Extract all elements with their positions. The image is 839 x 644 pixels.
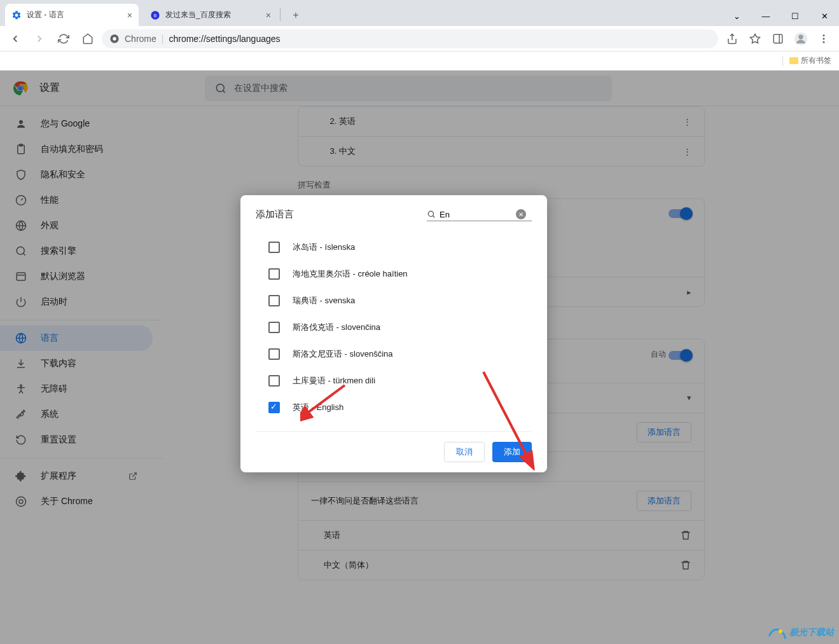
lang-option-icelandic[interactable]: 冰岛语 - íslenska	[256, 234, 532, 261]
checkbox[interactable]	[268, 268, 280, 280]
search-input[interactable]	[440, 210, 516, 219]
search-icon	[427, 210, 436, 219]
chrome-icon	[109, 34, 120, 44]
baidu-icon: B	[150, 10, 160, 20]
svg-text:B: B	[154, 13, 157, 17]
window-controls: ⌄ — ☐ ✕	[722, 6, 839, 26]
maximize-button[interactable]: ☐	[780, 6, 810, 26]
close-icon[interactable]: ×	[127, 10, 132, 20]
chrome-label: Chrome	[125, 34, 156, 44]
share-icon[interactable]	[722, 29, 742, 49]
url-text: chrome://settings/languages	[169, 34, 280, 44]
checkbox[interactable]	[268, 402, 280, 413]
minimize-button[interactable]: —	[751, 6, 780, 26]
tab-title: 设置 - 语言	[27, 10, 64, 20]
svg-point-3	[113, 37, 116, 40]
checkbox[interactable]	[268, 348, 280, 360]
checkbox[interactable]	[268, 322, 280, 333]
all-bookmarks-button[interactable]: 所有书签	[789, 55, 831, 66]
watermark: 极光下载站	[768, 625, 834, 640]
svg-rect-4	[773, 34, 782, 43]
tab-title: 发过来当_百度搜索	[165, 10, 231, 20]
svg-point-30	[428, 211, 433, 216]
svg-point-10	[823, 41, 825, 43]
tab-settings[interactable]: 设置 - 语言 ×	[5, 4, 139, 26]
dialog-title: 添加语言	[256, 209, 294, 221]
svg-point-34	[779, 629, 782, 633]
lang-option-slovenian[interactable]: 斯洛文尼亚语 - slovenščina	[256, 341, 532, 367]
new-tab-button[interactable]: +	[287, 6, 305, 24]
reload-button[interactable]	[53, 29, 74, 49]
home-button[interactable]	[78, 29, 98, 49]
cancel-button[interactable]: 取消	[444, 442, 485, 462]
svg-point-8	[823, 34, 825, 36]
bookmarks-bar: 所有书签	[0, 51, 839, 71]
address-bar[interactable]: Chrome | chrome://settings/languages	[102, 29, 718, 48]
svg-point-7	[798, 34, 803, 39]
bookmark-icon[interactable]	[745, 29, 765, 49]
checkbox[interactable]	[268, 242, 280, 253]
lang-option-swedish[interactable]: 瑞典语 - svenska	[256, 287, 532, 314]
chevron-down-icon[interactable]: ⌄	[722, 6, 751, 26]
dialog-search[interactable]: ✕	[427, 208, 532, 221]
close-window-button[interactable]: ✕	[810, 6, 839, 26]
profile-icon[interactable]	[791, 29, 811, 49]
forward-button[interactable]	[29, 29, 50, 49]
checkbox[interactable]	[268, 295, 280, 306]
lang-option-english[interactable]: 英语 - English	[256, 394, 532, 421]
tab-baidu[interactable]: B 发过来当_百度搜索 ×	[144, 4, 277, 26]
lang-option-turkmen[interactable]: 土库曼语 - türkmen dili	[256, 367, 532, 394]
folder-icon	[789, 57, 798, 64]
checkbox[interactable]	[268, 375, 280, 387]
gear-icon	[11, 10, 22, 20]
menu-icon[interactable]	[814, 29, 834, 49]
svg-line-31	[433, 216, 434, 217]
browser-tab-strip: 设置 - 语言 × B 发过来当_百度搜索 × + ⌄ — ☐ ✕	[0, 0, 839, 26]
language-list: 冰岛语 - íslenska 海地克里奥尔语 - créole haïtien …	[256, 229, 532, 426]
side-panel-icon[interactable]	[768, 29, 788, 49]
lang-option-slovak[interactable]: 斯洛伐克语 - slovenčina	[256, 314, 532, 341]
close-icon[interactable]: ×	[266, 10, 271, 20]
add-language-dialog: 添加语言 ✕ 冰岛语 - íslenska 海地克里奥尔语 - créole h…	[240, 195, 547, 472]
lang-option-haitian[interactable]: 海地克里奥尔语 - créole haïtien	[256, 261, 532, 287]
back-button[interactable]	[5, 29, 25, 49]
clear-icon[interactable]: ✕	[516, 209, 526, 219]
address-bar-row: Chrome | chrome://settings/languages	[0, 26, 839, 51]
add-button[interactable]: 添加	[492, 442, 532, 462]
svg-point-9	[823, 38, 825, 39]
